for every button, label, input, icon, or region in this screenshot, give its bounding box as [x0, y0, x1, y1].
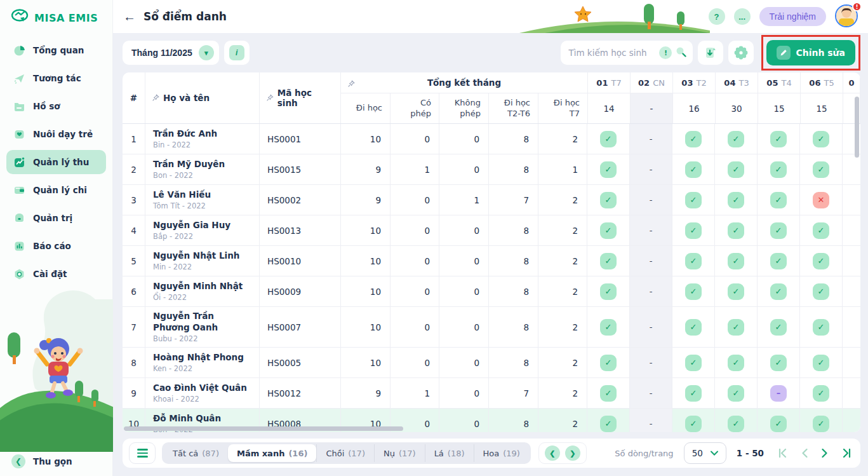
present-check-icon[interactable]: ✓	[770, 192, 787, 208]
edit-button[interactable]: Chỉnh sửa	[766, 40, 855, 65]
present-check-icon[interactable]: ✓	[600, 222, 617, 239]
next-page-icon[interactable]	[822, 449, 828, 458]
tabs-scroll-left-icon[interactable]: ❮	[545, 445, 560, 461]
more-options-button[interactable]: ...	[734, 8, 751, 25]
sidebar-item-revenue[interactable]: Quản lý thu	[6, 150, 106, 174]
class-tab-item[interactable]: Hoa(19)	[474, 444, 529, 462]
attendance-cell[interactable]: ✓	[587, 409, 630, 432]
attendance-cell[interactable]: ✓	[715, 378, 758, 408]
column-header-index[interactable]: #	[123, 72, 145, 123]
class-tab-active[interactable]: Mầm xanh(16)	[228, 444, 316, 462]
attendance-cell[interactable]: ✕	[800, 185, 843, 215]
student-name-cell[interactable]: Cao Đình Việt QuânKhoai - 2022	[145, 378, 260, 408]
present-check-icon[interactable]: ✓	[813, 416, 829, 432]
present-check-icon[interactable]: ✓	[685, 355, 702, 371]
student-name-cell[interactable]: Nguyễn Trần Phương OanhBubu - 2022	[145, 307, 260, 347]
student-name-cell[interactable]: Hoàng Nhật PhongKen - 2022	[145, 348, 260, 377]
summary-subheader[interactable]: Đi học T7	[538, 93, 587, 123]
attendance-cell[interactable]: -	[630, 348, 672, 377]
present-check-icon[interactable]: ✓	[728, 253, 744, 269]
present-check-icon[interactable]: ✓	[813, 253, 829, 269]
attendance-cell[interactable]: ✓	[672, 378, 715, 408]
download-button[interactable]	[698, 41, 723, 65]
present-check-icon[interactable]: ✓	[813, 161, 829, 178]
present-check-icon[interactable]: ✓	[600, 161, 617, 178]
present-check-icon[interactable]: ✓	[770, 222, 787, 239]
present-check-icon[interactable]: ✓	[685, 222, 702, 239]
present-check-icon[interactable]: ✓	[813, 355, 829, 371]
day-column-header[interactable]: 02CN-	[631, 72, 673, 123]
sidebar-item-report[interactable]: Báo cáo	[6, 234, 106, 258]
attendance-cell[interactable]: -	[630, 307, 672, 347]
present-check-icon[interactable]: ✓	[770, 283, 787, 300]
summary-subheader[interactable]: Đi học	[341, 93, 391, 123]
attendance-cell[interactable]: ✓	[587, 348, 630, 377]
student-name-cell[interactable]: Trần Mỹ DuyênBon - 2022	[145, 154, 260, 184]
present-check-icon[interactable]: ✓	[685, 253, 702, 269]
attendance-cell[interactable]: ✓	[800, 307, 843, 347]
attendance-cell[interactable]: ✓	[715, 124, 758, 154]
day-column-header[interactable]: 01T714	[588, 72, 631, 123]
attendance-cell[interactable]: ✓	[672, 215, 715, 245]
present-check-icon[interactable]: ✓	[600, 319, 617, 336]
attendance-cell[interactable]: ✓	[758, 246, 800, 276]
attendance-cell[interactable]: ✓	[800, 154, 843, 184]
prev-page-icon[interactable]	[801, 449, 808, 458]
present-check-icon[interactable]: ✓	[770, 161, 787, 178]
present-check-icon[interactable]: ✓	[813, 131, 829, 147]
attendance-cell[interactable]: -	[630, 124, 672, 154]
attendance-cell[interactable]: ✓	[672, 348, 715, 377]
present-check-icon[interactable]: ✓	[728, 222, 744, 239]
present-check-icon[interactable]: ✓	[685, 192, 702, 208]
class-tab-item[interactable]: Chồi(17)	[316, 444, 374, 462]
attendance-cell[interactable]: ✓	[758, 409, 800, 432]
attendance-cell[interactable]: ✓	[587, 246, 630, 276]
attendance-cell[interactable]: -	[630, 246, 672, 276]
present-check-icon[interactable]: ✓	[813, 222, 829, 239]
avatar[interactable]: !	[835, 4, 859, 29]
column-header-code[interactable]: Mã học sinh	[260, 72, 341, 123]
day-column-header[interactable]: 03T216	[673, 72, 716, 123]
present-check-icon[interactable]: ✓	[728, 283, 744, 300]
app-logo[interactable]: MISA EMIS	[0, 0, 112, 38]
attendance-cell[interactable]: ✓	[715, 409, 758, 432]
search-icon[interactable]	[676, 46, 686, 60]
month-selector[interactable]: Tháng 11/2025 ▾	[123, 41, 219, 65]
settings-gear-button[interactable]	[728, 41, 754, 65]
attendance-cell[interactable]: ✓	[800, 378, 843, 408]
sidebar-item-settings[interactable]: Cài đặt	[6, 262, 106, 286]
tabs-scroll-right-icon[interactable]: ❯	[565, 445, 580, 461]
trial-button[interactable]: Trải nghiệm	[759, 7, 826, 26]
student-name-cell[interactable]: Lê Văn HiếuTôm Tít - 2022	[145, 185, 260, 215]
student-name-cell[interactable]: Nguyễn Minh NhậtỔi - 2022	[145, 276, 260, 306]
excused-minus-icon[interactable]: –	[770, 385, 787, 402]
sidebar-item-childcare[interactable]: Nuôi dạy trẻ	[6, 122, 106, 146]
attendance-cell[interactable]: ✓	[800, 215, 843, 245]
attendance-cell[interactable]: ✓	[587, 154, 630, 184]
attendance-cell[interactable]: -	[630, 154, 672, 184]
present-check-icon[interactable]: ✓	[685, 385, 702, 402]
sidebar-item-admin[interactable]: Quản trị	[6, 206, 106, 230]
present-check-icon[interactable]: ✓	[770, 355, 787, 371]
attendance-cell[interactable]: ✓	[672, 185, 715, 215]
present-check-icon[interactable]: ✓	[600, 131, 617, 147]
student-name-cell[interactable]: Trần Đức AnhBin - 2022	[145, 124, 260, 154]
attendance-cell[interactable]: ✓	[800, 348, 843, 377]
summary-subheader[interactable]: Có phép	[391, 93, 439, 123]
attendance-cell[interactable]: ✓	[758, 154, 800, 184]
attendance-cell[interactable]: ✓	[715, 185, 758, 215]
horizontal-scrollbar[interactable]	[124, 426, 403, 431]
attendance-cell[interactable]: ✓	[715, 276, 758, 306]
present-check-icon[interactable]: ✓	[728, 355, 744, 371]
present-check-icon[interactable]: ✓	[685, 161, 702, 178]
present-check-icon[interactable]: ✓	[600, 385, 617, 402]
attendance-cell[interactable]: ✓	[715, 348, 758, 377]
attendance-cell[interactable]: –	[758, 378, 800, 408]
attendance-cell[interactable]: ✓	[672, 154, 715, 184]
present-check-icon[interactable]: ✓	[600, 355, 617, 371]
attendance-cell[interactable]: ✓	[587, 215, 630, 245]
attendance-cell[interactable]: -	[630, 378, 672, 408]
present-check-icon[interactable]: ✓	[685, 416, 702, 432]
class-tab-item[interactable]: Nụ(17)	[374, 444, 425, 462]
summary-subheader[interactable]: Không phép	[439, 93, 489, 123]
